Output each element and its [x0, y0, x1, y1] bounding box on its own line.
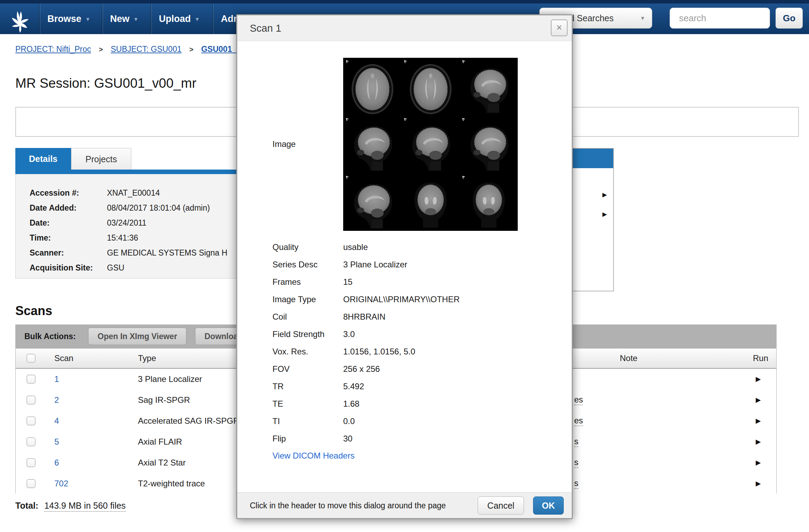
select-all-checkbox[interactable]: [26, 354, 36, 363]
files-link-fragment[interactable]: s: [574, 437, 578, 447]
field-value: 15: [343, 277, 353, 287]
nav-divider: [102, 3, 103, 34]
row-checkbox[interactable]: [26, 416, 36, 425]
field-fov: FOV256 x 256: [272, 364, 380, 374]
field-ti: TI0.0: [272, 416, 355, 427]
files-link-fragment[interactable]: es: [574, 395, 583, 405]
field-value: usable: [343, 242, 368, 252]
arrow-right-icon[interactable]: ▶: [602, 191, 607, 198]
detail-value: GE MEDICAL SYSTEMS Signa H: [107, 248, 228, 257]
detail-row-date-added: Date Added:08/04/2017 18:01:04 (admin): [30, 202, 210, 213]
run-arrow-icon[interactable]: ▶: [756, 410, 761, 431]
nav-top-strip: [0, 0, 809, 3]
field-vox-res: Vox. Res.1.0156, 1.0156, 5.0: [272, 346, 415, 357]
scan-type: Axial FLAIR: [138, 431, 182, 452]
tab-details[interactable]: Details: [15, 148, 71, 170]
column-header-note[interactable]: Note: [620, 349, 638, 368]
field-label: Frames: [272, 277, 343, 287]
row-checkbox[interactable]: [26, 396, 36, 405]
run-arrow-icon[interactable]: ▶: [756, 473, 761, 494]
detail-value: XNAT_E00014: [107, 188, 160, 197]
scan-dialog-title: Scan 1: [250, 15, 281, 41]
nav-item-label: Browse: [47, 14, 82, 24]
detail-value: 15:41:36: [107, 233, 138, 242]
field-value: ORIGINAL\\PRIMARY\\OTHER: [343, 295, 460, 304]
detail-value: GSU: [107, 263, 124, 272]
run-arrow-icon[interactable]: ▶: [756, 452, 761, 473]
scan-type: Accelerated SAG IR-SPGR: [138, 410, 239, 431]
nav-divider: [151, 3, 152, 34]
scan-dialog-header[interactable]: Scan 1 ✕: [237, 15, 572, 41]
cancel-button[interactable]: Cancel: [478, 496, 524, 515]
xnat-logo[interactable]: [7, 10, 33, 33]
scan-id-link[interactable]: 4: [54, 410, 59, 431]
field-label: Image Type: [272, 294, 343, 305]
field-frames: Frames15: [272, 277, 353, 287]
field-value: 256 x 256: [343, 364, 380, 374]
nav-item-upload[interactable]: Upload▾: [159, 3, 199, 34]
field-label: TR: [272, 381, 343, 392]
row-checkbox[interactable]: [26, 458, 36, 467]
field-label: TE: [272, 399, 343, 409]
run-arrow-icon[interactable]: ▶: [756, 390, 761, 410]
row-checkbox[interactable]: [26, 375, 36, 384]
run-arrow-icon[interactable]: ▶: [756, 431, 761, 452]
scan-id-link[interactable]: 2: [54, 390, 59, 410]
nav-item-browse[interactable]: Browse▾: [47, 3, 90, 34]
row-checkbox[interactable]: [26, 437, 36, 446]
files-link-fragment[interactable]: s: [574, 478, 578, 489]
detail-row-time: Time:15:41:36: [30, 232, 138, 243]
files-link-fragment[interactable]: s: [574, 457, 578, 468]
nav-item-label: New: [110, 14, 130, 24]
total-value[interactable]: 143.9 MB in 560 files: [44, 501, 125, 512]
dialog-move-hint: Click in the header to move this dialog …: [250, 493, 446, 518]
caret-down-icon: ▾: [86, 16, 90, 23]
arrow-right-icon[interactable]: ▶: [602, 211, 607, 218]
scan-type: Axial T2 Star: [138, 452, 186, 473]
detail-label: Date:: [30, 217, 107, 228]
field-value: 8HRBRAIN: [343, 312, 385, 321]
breadcrumb: PROJECT: Nifti_Proc > SUBJECT: GSU001 > …: [15, 45, 264, 54]
mri-montage-svg: [343, 58, 518, 231]
breadcrumb-project-link[interactable]: PROJECT: Nifti_Proc: [15, 45, 91, 54]
detail-label: Time:: [30, 232, 107, 243]
close-icon[interactable]: ✕: [551, 19, 568, 36]
run-arrow-icon[interactable]: ▶: [756, 369, 761, 390]
xnat-logo-glyph: [7, 10, 33, 33]
field-value: 0.0: [343, 416, 355, 426]
detail-row-accession: Accession #:XNAT_E00014: [30, 187, 160, 198]
column-header-type[interactable]: Type: [138, 349, 156, 368]
field-field-strength: Field Strength3.0: [272, 329, 355, 339]
breadcrumb-subject-link[interactable]: SUBJECT: GSU001: [111, 45, 182, 54]
tab-projects[interactable]: Projects: [71, 148, 131, 170]
scans-total: Total: 143.9 MB in 560 files: [15, 501, 126, 511]
view-dicom-headers-link[interactable]: View DICOM Headers: [272, 451, 355, 461]
field-image-type: Image TypeORIGINAL\\PRIMARY\\OTHER: [272, 294, 460, 305]
column-header-run: Run: [753, 349, 768, 368]
scan-dialog: Scan 1 ✕ Image: [236, 14, 573, 519]
field-coil: Coil8HRBRAIN: [272, 312, 385, 322]
total-label: Total:: [15, 501, 38, 510]
scan-id-link[interactable]: 6: [54, 452, 59, 473]
scan-id-link[interactable]: 702: [54, 473, 68, 494]
field-label: Field Strength: [272, 329, 343, 339]
image-field-label: Image: [272, 139, 296, 149]
caret-down-icon: ▾: [641, 8, 644, 28]
detail-value: 03/24/2011: [107, 218, 146, 227]
open-in-ximg-viewer-button[interactable]: Open In XImg Viewer: [88, 328, 186, 345]
field-value: 3.0: [343, 329, 355, 339]
caret-down-icon: ▾: [196, 16, 199, 23]
detail-row-acquisition-site: Acquisition Site:GSU: [30, 262, 124, 273]
scan-id-link[interactable]: 5: [54, 431, 59, 452]
page-title: MR Session: GSU001_v00_mr: [15, 76, 197, 91]
go-button[interactable]: Go: [776, 8, 803, 29]
field-value: 1.0156, 1.0156, 5.0: [343, 347, 415, 356]
field-label: Flip: [272, 433, 343, 444]
scan-id-link[interactable]: 1: [54, 369, 59, 390]
nav-item-new[interactable]: New▾: [110, 3, 138, 34]
files-link-fragment[interactable]: es: [574, 416, 583, 426]
column-header-scan[interactable]: Scan: [54, 349, 74, 368]
row-checkbox[interactable]: [26, 479, 36, 488]
search-input[interactable]: [670, 8, 770, 29]
ok-button[interactable]: OK: [533, 496, 564, 515]
